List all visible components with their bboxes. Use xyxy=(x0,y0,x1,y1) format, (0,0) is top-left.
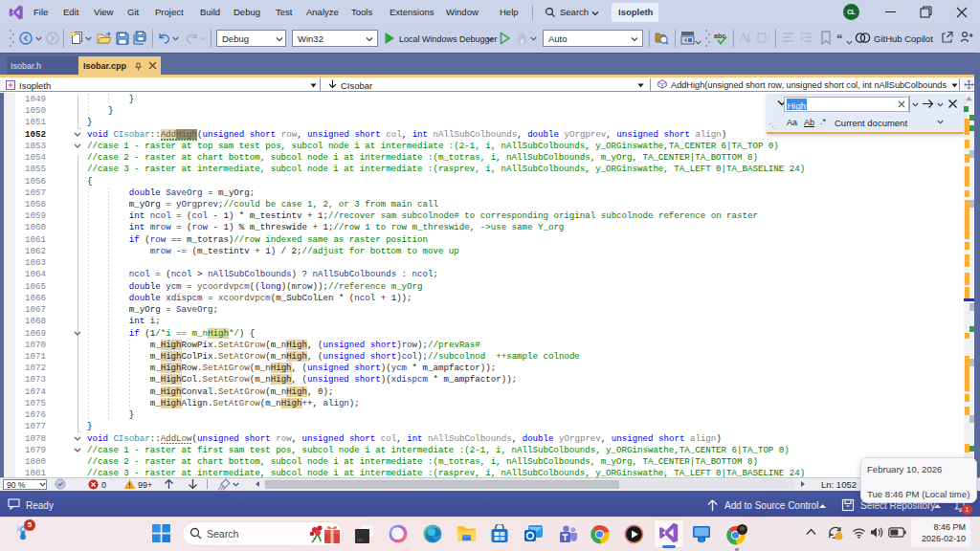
svg-text:abc: abc xyxy=(714,33,725,39)
